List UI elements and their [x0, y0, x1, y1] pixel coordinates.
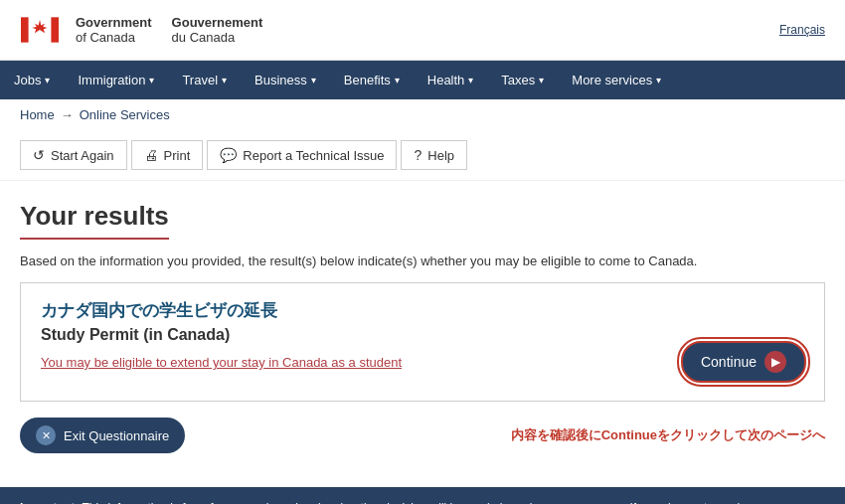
refresh-icon: ↺ — [33, 147, 45, 163]
result-box: カナダ国内での学生ビザの延長 Study Permit (in Canada) … — [20, 282, 825, 402]
site-header: Government of Canada Gouvernement du Can… — [0, 0, 845, 61]
nav-item-taxes[interactable]: Taxes ▾ — [487, 61, 558, 99]
result-title-japanese: カナダ国内での学生ビザの延長 — [41, 299, 804, 322]
chevron-down-icon: ▾ — [656, 75, 661, 85]
chevron-down-icon: ▾ — [311, 75, 316, 85]
exit-icon: ✕ — [36, 425, 56, 445]
main-content: Your results Based on the information yo… — [0, 181, 845, 487]
nav-item-jobs[interactable]: Jobs ▾ — [0, 61, 64, 99]
exit-note: 内容を確認後にContinueをクリックして次のページへ — [511, 426, 825, 444]
gov-en-line1: Government — [76, 15, 152, 30]
nav-item-immigration[interactable]: Immigration ▾ — [64, 61, 168, 99]
government-name: Government of Canada Gouvernement du Can… — [76, 15, 262, 45]
exit-row: ✕ Exit Questionnaire 内容を確認後にContinueをクリッ… — [20, 418, 825, 453]
breadcrumb-home[interactable]: Home — [20, 107, 55, 122]
nav-item-health[interactable]: Health ▾ — [414, 61, 488, 99]
continue-button-wrapper: Continue ▶ — [677, 337, 810, 387]
continue-arrow-icon: ▶ — [764, 351, 786, 373]
svg-rect-1 — [21, 17, 29, 42]
nav-item-travel[interactable]: Travel ▾ — [168, 61, 241, 99]
result-description: Based on the information you provided, t… — [20, 253, 825, 268]
gov-en-line2: of Canada — [76, 30, 152, 45]
language-toggle[interactable]: Français — [779, 23, 825, 37]
chevron-down-icon: ▾ — [468, 75, 473, 85]
nav-item-more-services[interactable]: More services ▾ — [558, 61, 675, 99]
continue-button-border: Continue ▶ — [677, 337, 810, 387]
exit-questionnaire-button[interactable]: ✕ Exit Questionnaire — [20, 418, 185, 453]
breadcrumb-separator: → — [61, 107, 74, 122]
main-nav: Jobs ▾ Immigration ▾ Travel ▾ Business ▾… — [0, 61, 845, 99]
breadcrumb-current[interactable]: Online Services — [80, 107, 170, 122]
canada-flag-icon — [20, 10, 60, 50]
print-icon: 🖨 — [144, 147, 158, 163]
help-icon: ? — [414, 147, 422, 163]
gov-fr-line1: Gouvernement — [172, 15, 263, 30]
header-branding: Government of Canada Gouvernement du Can… — [20, 10, 262, 50]
chevron-down-icon: ▾ — [149, 75, 154, 85]
result-link[interactable]: You may be eligible to extend your stay … — [41, 355, 402, 370]
action-toolbar: ↺ Start Again 🖨 Print 💬 Report a Technic… — [0, 130, 845, 181]
chevron-down-icon: ▾ — [539, 75, 544, 85]
chevron-down-icon: ▾ — [45, 75, 50, 85]
start-again-button[interactable]: ↺ Start Again — [20, 140, 127, 170]
svg-rect-2 — [51, 17, 59, 42]
chevron-down-icon: ▾ — [395, 75, 400, 85]
continue-button[interactable]: Continue ▶ — [681, 341, 806, 383]
help-button[interactable]: ? Help — [401, 140, 467, 170]
page-title: Your results — [20, 201, 169, 240]
breadcrumb: Home → Online Services — [0, 99, 845, 130]
chevron-down-icon: ▾ — [222, 75, 227, 85]
chat-icon: 💬 — [220, 147, 237, 163]
important-notice: Important: This information is for refer… — [0, 487, 845, 504]
nav-item-business[interactable]: Business ▾ — [241, 61, 330, 99]
nav-item-benefits[interactable]: Benefits ▾ — [330, 61, 414, 99]
print-button[interactable]: 🖨 Print — [131, 140, 204, 170]
gov-fr-line2: du Canada — [172, 30, 263, 45]
report-button[interactable]: 💬 Report a Technical Issue — [207, 140, 397, 170]
